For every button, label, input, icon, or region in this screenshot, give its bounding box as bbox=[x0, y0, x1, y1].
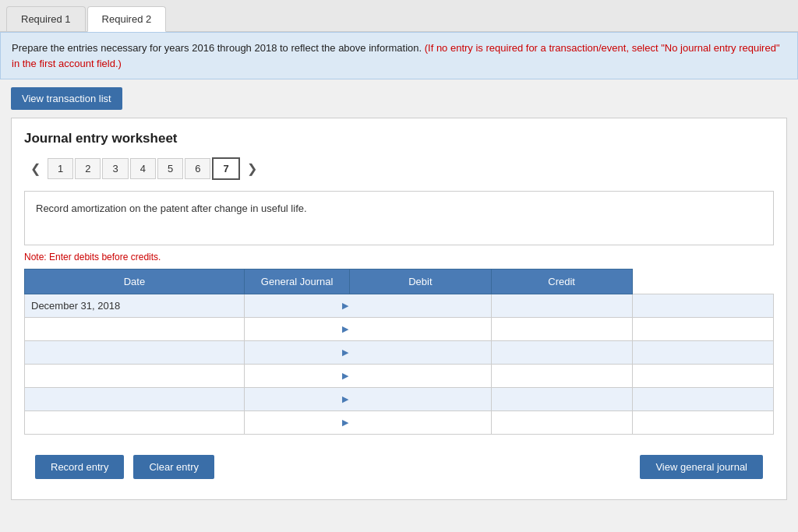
date-cell-4 bbox=[25, 388, 245, 411]
table-row: ▶ bbox=[25, 318, 774, 341]
header-general-journal: General Journal bbox=[244, 270, 349, 294]
debit-cell-4[interactable] bbox=[491, 388, 632, 411]
entry-nav: ❮ 1 2 3 4 5 6 7 ❯ bbox=[24, 157, 774, 180]
gj-input-2[interactable] bbox=[350, 341, 491, 364]
gj-cell-3[interactable] bbox=[350, 365, 491, 388]
entry-num-1[interactable]: 1 bbox=[48, 158, 73, 179]
entry-description: Record amortization on the patent after … bbox=[24, 191, 774, 245]
credit-input-3[interactable] bbox=[633, 365, 773, 387]
gj-input-4[interactable] bbox=[350, 388, 491, 410]
table-row: ▶ bbox=[25, 411, 774, 435]
tab-required1[interactable]: Required 1 bbox=[6, 6, 86, 31]
header-credit: Credit bbox=[491, 270, 632, 294]
arrow-cell-1: ▶ bbox=[244, 318, 349, 341]
prev-entry-button[interactable]: ❮ bbox=[24, 158, 47, 179]
entry-num-4[interactable]: 4 bbox=[130, 158, 156, 179]
credit-input-4[interactable] bbox=[633, 388, 773, 410]
arrow-cell-2: ▶ bbox=[244, 341, 349, 365]
debit-input-2[interactable] bbox=[492, 341, 632, 364]
credit-input-2[interactable] bbox=[633, 341, 773, 364]
entry-num-5[interactable]: 5 bbox=[157, 158, 183, 179]
date-cell-2 bbox=[25, 341, 245, 365]
credit-input-1[interactable] bbox=[633, 318, 773, 340]
header-debit: Debit bbox=[350, 270, 491, 294]
gj-input-5[interactable] bbox=[350, 411, 491, 434]
gj-cell-5[interactable] bbox=[350, 411, 491, 435]
gj-cell-2[interactable] bbox=[350, 341, 491, 365]
view-general-journal-button[interactable]: View general journal bbox=[640, 455, 763, 479]
debit-credit-note: Note: Enter debits before credits. bbox=[24, 252, 774, 262]
journal-table: Date General Journal Debit Credit Decemb… bbox=[24, 269, 774, 435]
debit-cell-1[interactable] bbox=[491, 318, 632, 341]
gj-input-0[interactable] bbox=[350, 294, 491, 317]
worksheet-title: Journal entry worksheet bbox=[24, 131, 774, 146]
arrow-cell-5: ▶ bbox=[244, 411, 349, 435]
credit-cell-0[interactable] bbox=[632, 294, 773, 318]
table-row: December 31, 2018▶ bbox=[25, 294, 774, 318]
date-input-3[interactable] bbox=[25, 365, 244, 387]
entry-num-7[interactable]: 7 bbox=[212, 157, 239, 180]
header-date: Date bbox=[25, 270, 245, 294]
arrow-cell-4: ▶ bbox=[244, 388, 349, 411]
credit-cell-3[interactable] bbox=[632, 365, 773, 388]
credit-input-5[interactable] bbox=[633, 411, 773, 434]
gj-cell-4[interactable] bbox=[350, 388, 491, 411]
table-row: ▶ bbox=[25, 388, 774, 411]
entry-num-2[interactable]: 2 bbox=[75, 158, 101, 179]
date-input-2[interactable] bbox=[25, 341, 244, 364]
info-main-text: Prepare the entries necessary for years … bbox=[12, 42, 422, 54]
table-row: ▶ bbox=[25, 365, 774, 388]
date-cell-0: December 31, 2018 bbox=[25, 294, 245, 318]
record-entry-button[interactable]: Record entry bbox=[35, 455, 124, 479]
debit-input-1[interactable] bbox=[492, 318, 632, 340]
arrow-cell-3: ▶ bbox=[244, 365, 349, 388]
clear-entry-button[interactable]: Clear entry bbox=[133, 455, 214, 479]
debit-input-0[interactable] bbox=[492, 294, 632, 317]
gj-cell-0[interactable] bbox=[350, 294, 491, 318]
tabs-bar: Required 1 Required 2 bbox=[0, 0, 798, 32]
entry-num-6[interactable]: 6 bbox=[185, 158, 210, 179]
gj-input-1[interactable] bbox=[350, 318, 491, 340]
debit-input-5[interactable] bbox=[492, 411, 632, 434]
table-row: ▶ bbox=[25, 341, 774, 365]
worksheet-card: Journal entry worksheet ❮ 1 2 3 4 5 6 7 … bbox=[11, 118, 787, 500]
credit-cell-1[interactable] bbox=[632, 318, 773, 341]
view-transaction-list-button[interactable]: View transaction list bbox=[11, 87, 122, 110]
debit-cell-3[interactable] bbox=[491, 365, 632, 388]
debit-input-4[interactable] bbox=[492, 388, 632, 410]
credit-cell-4[interactable] bbox=[632, 388, 773, 411]
next-entry-button[interactable]: ❯ bbox=[241, 158, 263, 179]
gj-cell-1[interactable] bbox=[350, 318, 491, 341]
tab-required2[interactable]: Required 2 bbox=[87, 6, 167, 32]
credit-input-0[interactable] bbox=[633, 294, 773, 317]
credit-cell-2[interactable] bbox=[632, 341, 773, 365]
entry-num-3[interactable]: 3 bbox=[102, 158, 128, 179]
date-input-5[interactable] bbox=[25, 411, 244, 434]
gj-input-3[interactable] bbox=[350, 365, 491, 387]
debit-cell-0[interactable] bbox=[491, 294, 632, 318]
date-cell-3 bbox=[25, 365, 245, 388]
date-input-1[interactable] bbox=[25, 318, 244, 340]
date-cell-1 bbox=[25, 318, 245, 341]
debit-input-3[interactable] bbox=[492, 365, 632, 387]
date-cell-5 bbox=[25, 411, 245, 435]
arrow-cell-0: ▶ bbox=[244, 294, 349, 318]
debit-cell-5[interactable] bbox=[491, 411, 632, 435]
date-input-4[interactable] bbox=[25, 388, 244, 410]
credit-cell-5[interactable] bbox=[632, 411, 773, 435]
bottom-buttons: Record entry Clear entry View general jo… bbox=[24, 447, 774, 487]
debit-cell-2[interactable] bbox=[491, 341, 632, 365]
info-banner: Prepare the entries necessary for years … bbox=[0, 32, 798, 79]
